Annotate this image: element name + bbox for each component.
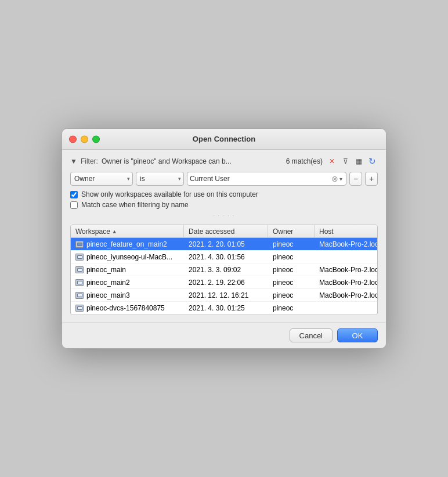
value-dropdown-icon[interactable]: ▾ xyxy=(338,176,344,182)
filter-funnel-icon[interactable]: ⊽ xyxy=(339,156,351,167)
col-workspace-label: Workspace xyxy=(75,227,110,236)
table-row[interactable]: pineoc_main22021. 2. 19. 22:06pineocMacB… xyxy=(71,276,377,289)
table-row[interactable]: pineoc_feature_on_main22021. 2. 20. 01:0… xyxy=(71,238,377,251)
cell-date: 2021. 12. 12. 16:21 xyxy=(184,289,268,301)
minimize-button[interactable] xyxy=(81,135,88,143)
col-date-label: Date accessed xyxy=(189,227,234,236)
cell-owner: pineoc xyxy=(268,276,315,288)
cell-owner: pineoc xyxy=(268,251,315,263)
show-available-label[interactable]: Show only workspaces available for use o… xyxy=(81,190,258,198)
value-input[interactable] xyxy=(190,175,331,183)
workspace-icon xyxy=(75,241,84,248)
window-controls xyxy=(69,135,100,143)
filter-settings-icon[interactable]: ▦ xyxy=(353,156,364,167)
filter-toggle[interactable]: ▼ xyxy=(70,157,77,165)
cell-host xyxy=(315,302,377,315)
field-select-wrapper: Owner Workspace Host Date accessed ▾ xyxy=(70,172,133,186)
filter-label: Filter: xyxy=(81,157,98,165)
cell-workspace: pineoc-dvcs-1567840875 xyxy=(71,302,184,315)
cell-workspace: pineoc_main2 xyxy=(71,276,184,288)
table-header: Workspace ▲ Date accessed Owner Host xyxy=(71,225,377,238)
window-title: Open Connection xyxy=(193,135,255,143)
table-row[interactable]: pineoc_iyunseog-ui-MacB...2021. 4. 30. 0… xyxy=(71,251,377,263)
match-case-checkbox[interactable] xyxy=(70,201,78,209)
show-available-checkbox[interactable] xyxy=(70,191,78,198)
remove-filter-button[interactable]: − xyxy=(349,172,362,186)
filter-row: Owner Workspace Host Date accessed ▾ is … xyxy=(70,172,378,186)
cell-date: 2021. 4. 30. 01:56 xyxy=(184,251,268,263)
match-case-label[interactable]: Match case when filtering by name xyxy=(81,201,189,209)
filter-description: Owner is "pineoc" and Workspace can b... xyxy=(102,157,283,165)
col-date-accessed[interactable]: Date accessed xyxy=(184,225,268,237)
cell-owner: pineoc xyxy=(268,238,315,250)
table-row[interactable]: pineoc_main2021. 3. 3. 09:02pineocMacBoo… xyxy=(71,263,377,276)
match-count: 6 match(es) xyxy=(286,157,323,165)
cell-owner: pineoc xyxy=(268,263,315,276)
dialog-body: ▼ Filter: Owner is "pineoc" and Workspac… xyxy=(62,150,386,322)
cell-workspace: pineoc_main3 xyxy=(71,289,184,301)
field-select[interactable]: Owner Workspace Host Date accessed xyxy=(70,172,133,186)
cell-host: MacBook-Pro-2.local xyxy=(315,238,377,250)
col-owner-label: Owner xyxy=(273,227,293,236)
op-select[interactable]: is is not contains starts with xyxy=(136,172,184,186)
col-workspace[interactable]: Workspace ▲ xyxy=(71,225,184,237)
maximize-button[interactable] xyxy=(92,135,100,143)
cell-workspace: pineoc_feature_on_main2 xyxy=(71,238,184,250)
workspace-icon xyxy=(75,266,84,273)
ok-button[interactable]: OK xyxy=(337,328,378,342)
cell-owner: pineoc xyxy=(268,302,315,315)
cell-host: MacBook-Pro-2.local xyxy=(315,276,377,288)
resize-handle[interactable]: · · · · · xyxy=(213,213,235,218)
cancel-button[interactable]: Cancel xyxy=(290,328,333,342)
filter-separator: · · · · · xyxy=(70,211,378,220)
match-case-row: Match case when filtering by name xyxy=(70,201,378,209)
cell-host: MacBook-Pro-2.local xyxy=(315,263,377,276)
close-button[interactable] xyxy=(69,135,77,143)
workspace-icon xyxy=(75,305,84,312)
filter-bar: ▼ Filter: Owner is "pineoc" and Workspac… xyxy=(70,156,378,167)
filter-arrow-icon: ▼ xyxy=(70,157,77,165)
cell-host: MacBook-Pro-2.local xyxy=(315,289,377,301)
table-row[interactable]: pineoc_main32021. 12. 12. 16:21pineocMac… xyxy=(71,289,377,302)
cell-workspace: pineoc_main xyxy=(71,263,184,276)
add-filter-button[interactable]: + xyxy=(365,172,378,186)
col-owner[interactable]: Owner xyxy=(268,225,315,237)
cell-host xyxy=(315,251,377,263)
cell-date: 2021. 2. 19. 22:06 xyxy=(184,276,268,288)
op-select-wrapper: is is not contains starts with ▾ xyxy=(136,172,184,186)
filter-icons: ✕ ⊽ ▦ ↻ xyxy=(326,156,378,167)
cell-date: 2021. 3. 3. 09:02 xyxy=(184,263,268,276)
workspace-table: Workspace ▲ Date accessed Owner Host p xyxy=(70,225,378,315)
show-available-row: Show only workspaces available for use o… xyxy=(70,190,378,198)
dialog-footer: Cancel OK xyxy=(62,322,386,348)
cell-owner: pineoc xyxy=(268,289,315,301)
table-body: pineoc_feature_on_main22021. 2. 20. 01:0… xyxy=(71,238,377,315)
cell-date: 2021. 4. 30. 01:25 xyxy=(184,302,268,315)
workspace-icon xyxy=(75,292,84,299)
workspace-icon xyxy=(75,279,84,286)
col-host[interactable]: Host xyxy=(315,225,377,237)
clear-value-icon[interactable]: ⊗ xyxy=(331,175,338,183)
table-row[interactable]: pineoc-dvcs-15678408752021. 4. 30. 01:25… xyxy=(71,302,377,315)
title-bar: Open Connection xyxy=(62,129,386,150)
cell-workspace: pineoc_iyunseog-ui-MacB... xyxy=(71,251,184,263)
col-host-label: Host xyxy=(319,227,334,236)
value-field-wrapper: ⊗ ▾ xyxy=(187,172,346,186)
cell-date: 2021. 2. 20. 01:05 xyxy=(184,238,268,250)
dialog-window: Open Connection ▼ Filter: Owner is "pine… xyxy=(62,128,386,349)
sort-asc-icon: ▲ xyxy=(112,229,117,234)
workspace-icon xyxy=(75,254,84,261)
filter-clear-icon[interactable]: ✕ xyxy=(326,156,338,167)
refresh-icon[interactable]: ↻ xyxy=(366,156,378,167)
